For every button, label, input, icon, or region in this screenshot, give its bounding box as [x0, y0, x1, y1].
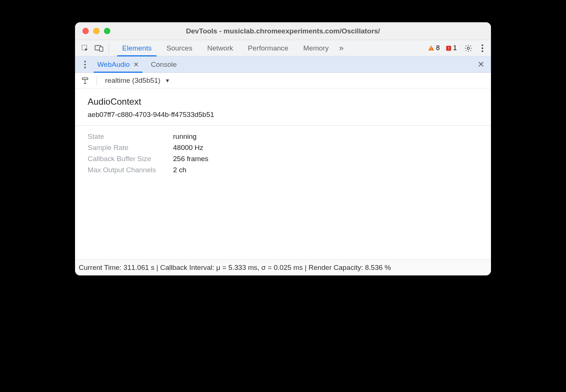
kebab-menu-icon[interactable] [478, 44, 487, 52]
prop-label-callback-buffer: Callback Buffer Size [88, 155, 169, 163]
drawer-close-icon[interactable]: ✕ [475, 60, 487, 69]
prop-value-max-channels: 2 ch [173, 166, 478, 174]
svg-point-12 [84, 61, 86, 62]
svg-rect-3 [431, 47, 432, 49]
prop-value-sample-rate: 48000 Hz [173, 144, 478, 152]
context-dropdown-value: realtime (3d5b51) [105, 76, 160, 85]
content-blank-area [75, 178, 491, 259]
webaudio-subtoolbar: realtime (3d5b51) ▼ [75, 73, 491, 88]
svg-rect-7 [448, 49, 449, 49]
context-properties: State running Sample Rate 48000 Hz Callb… [88, 133, 478, 174]
svg-rect-15 [82, 78, 88, 79]
drawer-tab-label: Console [151, 61, 177, 69]
titlebar: DevTools - musiclab.chromeexperiments.co… [75, 22, 491, 40]
status-text: Current Time: 311.061 s | Callback Inter… [79, 264, 391, 271]
drawer-tab-console[interactable]: Console [145, 56, 183, 72]
prop-label-sample-rate: Sample Rate [88, 144, 169, 152]
svg-rect-4 [431, 49, 432, 50]
context-uuid: aeb07ff7-c880-4703-944b-ff47533d5b51 [88, 111, 478, 119]
drawer-kebab-menu-icon[interactable] [79, 58, 91, 71]
svg-point-10 [482, 47, 484, 49]
svg-point-14 [84, 66, 86, 68]
webaudio-content: AudioContext aeb07ff7-c880-4703-944b-ff4… [75, 88, 491, 178]
svg-rect-2 [100, 47, 103, 51]
tab-network[interactable]: Network [200, 40, 241, 56]
drawer-tab-webaudio[interactable]: WebAudio ✕ [91, 56, 145, 72]
svg-point-8 [467, 47, 469, 49]
errors-count: 1 [453, 44, 457, 52]
tab-label: Performance [248, 44, 289, 52]
tab-label: Sources [166, 44, 192, 52]
inspect-element-icon[interactable] [79, 42, 91, 55]
close-window-button[interactable] [82, 28, 89, 34]
minimize-window-button[interactable] [93, 28, 100, 34]
tab-sources[interactable]: Sources [159, 40, 200, 56]
svg-point-9 [482, 44, 484, 46]
error-square-icon [446, 45, 452, 51]
warning-triangle-icon [428, 45, 435, 52]
tab-elements[interactable]: Elements [115, 40, 159, 56]
context-title: AudioContext [88, 97, 478, 107]
main-tabs: Elements Sources Network Performance Mem… [115, 40, 347, 56]
status-bar: Current Time: 311.061 s | Callback Inter… [75, 259, 491, 275]
tab-label: Network [207, 44, 233, 52]
garbage-collect-icon[interactable] [79, 74, 91, 87]
subtoolbar-divider [97, 76, 97, 85]
tab-label: Memory [303, 44, 329, 52]
chevron-down-icon: ▼ [165, 78, 170, 84]
tab-performance[interactable]: Performance [241, 40, 296, 56]
settings-gear-icon[interactable] [461, 44, 476, 52]
svg-rect-6 [448, 47, 449, 49]
audio-context-dropdown[interactable]: realtime (3d5b51) ▼ [102, 76, 173, 85]
drawer-tabstrip: WebAudio ✕ Console ✕ [75, 56, 491, 73]
svg-point-13 [84, 63, 86, 65]
svg-point-11 [482, 50, 484, 52]
maximize-window-button[interactable] [104, 28, 110, 34]
prop-label-max-channels: Max Output Channels [88, 166, 169, 174]
content-separator [75, 125, 491, 126]
more-tabs-icon[interactable]: » [336, 43, 347, 53]
drawer-tab-label: WebAudio [97, 61, 130, 69]
prop-value-state: running [173, 133, 478, 141]
toolbar-divider [108, 43, 109, 53]
close-tab-icon[interactable]: ✕ [133, 61, 139, 69]
warnings-badge[interactable]: 8 [428, 44, 440, 52]
devtools-window: DevTools - musiclab.chromeexperiments.co… [75, 22, 491, 275]
tab-label: Elements [122, 44, 152, 52]
tab-memory[interactable]: Memory [296, 40, 336, 56]
main-toolbar: Elements Sources Network Performance Mem… [75, 40, 491, 56]
errors-badge[interactable]: 1 [446, 44, 457, 52]
device-toolbar-icon[interactable] [93, 42, 105, 55]
window-title: DevTools - musiclab.chromeexperiments.co… [75, 27, 491, 35]
prop-label-state: State [88, 133, 169, 141]
prop-value-callback-buffer: 256 frames [173, 155, 478, 163]
traffic-lights [82, 28, 110, 34]
warnings-count: 8 [436, 44, 440, 52]
